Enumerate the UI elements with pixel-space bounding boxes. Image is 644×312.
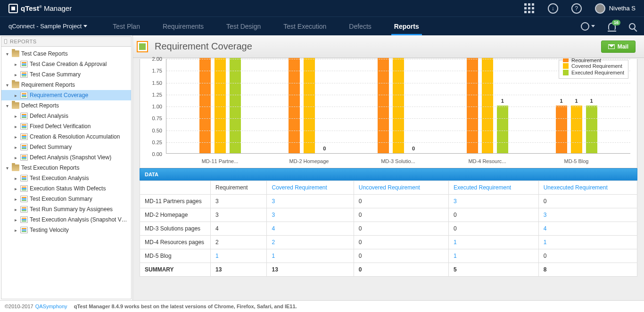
apps-icon[interactable]	[524, 3, 535, 14]
table-link[interactable]: 1	[454, 253, 457, 259]
user-menu[interactable]: Nivetha S	[595, 3, 636, 14]
tree-item[interactable]: ▸Defect Summary	[1, 142, 131, 152]
logo-icon	[8, 4, 18, 13]
folder-icon	[12, 82, 19, 88]
table-row: MD-11 Partners pages33030	[140, 195, 637, 208]
chevron-down-icon	[83, 25, 87, 27]
table-link[interactable]: 1	[215, 253, 219, 259]
report-icon	[20, 227, 28, 233]
report-icon	[20, 133, 28, 140]
folder-icon	[12, 102, 19, 109]
report-icon	[20, 113, 28, 119]
tree-item[interactable]: ▸Defect Analysis (Snapshot View)	[1, 152, 131, 163]
report-icon	[20, 185, 28, 192]
tree-item[interactable]: ▸Testing Velocity	[1, 225, 131, 235]
report-icon	[20, 196, 28, 202]
tree-item[interactable]: ▸Test Run Summary by Assignees	[1, 204, 131, 214]
logo-text: qTest® Manager	[21, 4, 72, 12]
table-link[interactable]: 3	[454, 198, 457, 205]
tab-test-design[interactable]: Test Design	[215, 17, 272, 35]
table-summary-row: SUMMARY1313058	[140, 263, 637, 277]
report-page-icon	[137, 41, 148, 52]
table-link[interactable]: 1	[272, 253, 275, 259]
tree-item[interactable]: ▸Test Case Summary	[1, 69, 131, 80]
tree-folder[interactable]: ▾Test Case Reports	[1, 49, 131, 59]
mail-button[interactable]: Mail	[601, 41, 636, 53]
tree-folder[interactable]: ▾Defect Reports	[1, 100, 131, 111]
chart-bar[interactable]: 1	[497, 106, 508, 153]
page-header: Requirement Coverage Mail	[133, 35, 644, 58]
nav-bar: qConnect - Sample Project Test Plan Requ…	[0, 16, 644, 35]
tab-test-execution[interactable]: Test Execution	[272, 17, 338, 35]
table-link[interactable]: 1	[454, 239, 457, 246]
tree-item[interactable]: ▸Creation & Resolution Accumulation	[1, 131, 131, 142]
tree-item[interactable]: ▸Execution Status With Defects	[1, 183, 131, 194]
search-icon[interactable]	[629, 23, 636, 30]
report-icon	[20, 175, 28, 181]
reports-icon	[4, 39, 7, 44]
tree-folder[interactable]: ▾Requirement Reports	[1, 80, 131, 90]
tab-defects[interactable]: Defects	[338, 17, 382, 35]
notifications-icon[interactable]: 16	[608, 23, 616, 30]
content-area: Requirement Coverage Mail 0.000.250.500.…	[133, 35, 644, 300]
chart-bar[interactable]	[199, 58, 211, 153]
table-row: MD-3 Solutions pages44004	[140, 222, 637, 236]
download-icon[interactable]: ↓	[548, 3, 558, 14]
chart-bar[interactable]	[215, 58, 226, 153]
chart-bar[interactable]	[482, 58, 493, 153]
sidebar: REPORTS ▾Test Case Reports▸Test Case Cre…	[0, 35, 133, 300]
chart-bar[interactable]	[304, 58, 315, 153]
settings-icon[interactable]	[581, 22, 595, 31]
footer-text: qTest Manager 8.4.9 works best on the la…	[74, 304, 297, 309]
tree-item[interactable]: ▸Test Execution Analysis	[1, 173, 131, 183]
chart-bar[interactable]	[378, 58, 389, 153]
report-icon	[20, 154, 28, 161]
tree-folder[interactable]: ▾Test Execution Reports	[1, 163, 131, 173]
table-link[interactable]: 4	[544, 225, 547, 232]
tree-item[interactable]: ▸Fixed Defect Verification	[1, 121, 131, 131]
table-link[interactable]: 3	[272, 198, 275, 205]
table-link[interactable]: 3	[544, 212, 547, 218]
table-link[interactable]: 1	[544, 239, 547, 246]
sidebar-header: REPORTS	[1, 36, 132, 47]
tab-reports[interactable]: Reports	[383, 17, 430, 35]
tree-item[interactable]: ▸Test Execution Analysis (Snapshot View)	[1, 214, 131, 225]
table-link[interactable]: 4	[272, 225, 275, 232]
tree-item[interactable]: ▸Requirement Coverage	[1, 90, 131, 100]
project-selector[interactable]: qConnect - Sample Project	[8, 17, 87, 35]
footer: ©2010-2017 QASymphony qTest Manager 8.4.…	[0, 300, 644, 312]
data-section-header: DATA	[140, 168, 637, 181]
chart-bar[interactable]: 1	[571, 106, 582, 153]
tree-item[interactable]: ▸Defect Analysis	[1, 111, 131, 121]
nav-tabs: Test Plan Requirements Test Design Test …	[101, 17, 430, 35]
table-row: MD-2 Homepage33003	[140, 208, 637, 222]
chart-bar[interactable]	[393, 58, 404, 153]
tab-test-plan[interactable]: Test Plan	[101, 17, 151, 35]
user-name: Nivetha S	[609, 5, 636, 12]
chart-bar[interactable]: 1	[556, 106, 567, 153]
tree-item[interactable]: ▸Test Execution Summary	[1, 194, 131, 204]
table-row: MD-5 Blog11010	[140, 249, 637, 263]
help-icon[interactable]: ?	[571, 3, 582, 14]
app-logo[interactable]: qTest® Manager	[8, 4, 72, 13]
footer-link[interactable]: QASymphony	[35, 304, 67, 309]
table-link[interactable]: 2	[272, 239, 275, 246]
report-icon	[20, 216, 28, 223]
tab-requirements[interactable]: Requirements	[151, 17, 215, 35]
table-link[interactable]: 3	[272, 212, 275, 218]
folder-icon	[12, 164, 19, 171]
mail-icon	[608, 44, 615, 49]
chart-bar[interactable]	[289, 58, 300, 153]
tree-item[interactable]: ▸Test Case Creation & Approval	[1, 59, 131, 69]
report-icon	[20, 123, 28, 130]
chart-bar[interactable]	[230, 58, 241, 153]
app-header: qTest® Manager ↓ ? Nivetha S	[0, 0, 644, 16]
folder-icon	[12, 50, 19, 57]
table-row: MD-4 Resources pages22011	[140, 236, 637, 249]
bar-group: 0	[265, 59, 354, 153]
bar-group	[176, 59, 265, 153]
chart-bar[interactable]	[467, 58, 478, 153]
report-icon	[20, 206, 28, 213]
chart-bar[interactable]: 1	[586, 106, 597, 153]
report-tree: ▾Test Case Reports▸Test Case Creation & …	[1, 47, 132, 299]
